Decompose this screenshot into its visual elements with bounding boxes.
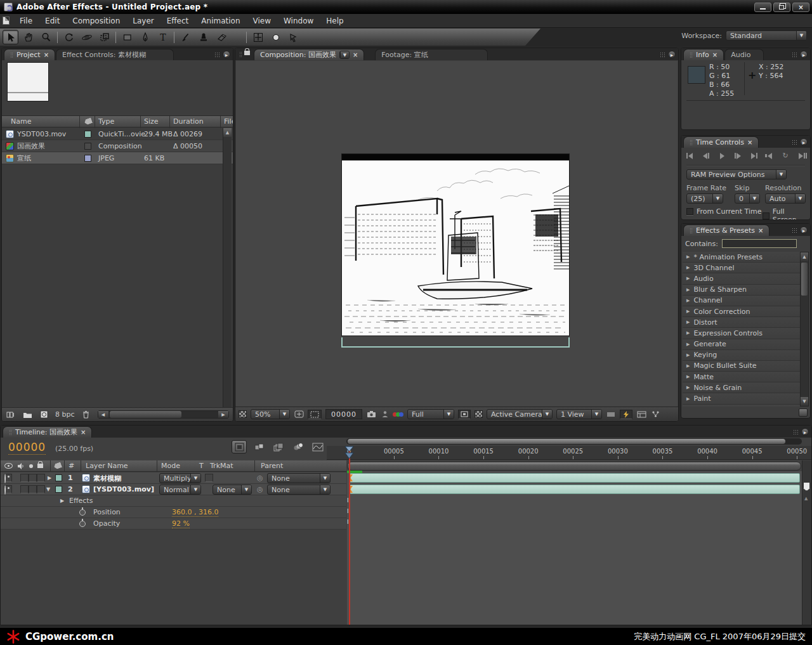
scrollbar-thumb[interactable] bbox=[801, 263, 808, 296]
project-row-xuanzhi[interactable]: 宣纸 JPEG 61 KB bbox=[2, 152, 233, 164]
skip-dropdown[interactable]: 0▼ bbox=[735, 193, 760, 204]
delete-trash-icon[interactable] bbox=[81, 410, 91, 419]
audio-mute-icon[interactable] bbox=[768, 153, 772, 159]
snapshot-camera-icon[interactable] bbox=[366, 410, 376, 419]
trkmat-column[interactable]: TrkMat bbox=[210, 462, 233, 470]
new-composition-icon[interactable] bbox=[39, 410, 49, 419]
lock-toggle[interactable] bbox=[37, 485, 45, 493]
hand-tool-icon[interactable] bbox=[20, 30, 36, 44]
resolution-preview-dropdown[interactable]: Auto▼ bbox=[765, 193, 806, 204]
chevron-right-icon[interactable]: ▶ bbox=[686, 287, 690, 292]
last-frame-icon[interactable] bbox=[751, 153, 757, 159]
close-icon[interactable]: × bbox=[747, 140, 752, 146]
expand-arrow-icon[interactable]: ▶ bbox=[60, 498, 64, 504]
lock-icon[interactable] bbox=[244, 51, 250, 55]
timeline-button-icon[interactable] bbox=[636, 410, 646, 419]
world-axis-mode-icon[interactable] bbox=[268, 30, 284, 44]
scroll-right-icon[interactable]: ▶ bbox=[218, 411, 228, 418]
previous-frame-icon[interactable] bbox=[703, 153, 709, 159]
close-icon[interactable]: × bbox=[712, 52, 717, 58]
tab-audio[interactable]: Audio bbox=[724, 49, 764, 60]
rectangle-mask-tool-icon[interactable] bbox=[119, 30, 135, 44]
column-duration[interactable]: Duration bbox=[173, 117, 204, 126]
transparency-grid-icon[interactable] bbox=[475, 410, 483, 418]
rotation-tool-icon[interactable] bbox=[61, 30, 77, 44]
parent-dropdown[interactable]: None▼ bbox=[267, 473, 331, 483]
orbit-camera-tool-icon[interactable] bbox=[79, 30, 95, 44]
effects-category-row[interactable]: ▶ Expression Controls bbox=[683, 328, 801, 339]
blend-mode-dropdown[interactable]: Multiply▼ bbox=[159, 473, 201, 483]
collapse-arrow-icon[interactable]: ▼ bbox=[46, 486, 50, 492]
tab-info[interactable]: Info × bbox=[683, 49, 724, 60]
solo-column-icon[interactable] bbox=[29, 464, 33, 468]
interpret-footage-icon[interactable] bbox=[6, 410, 16, 419]
scroll-up-icon[interactable]: ▲ bbox=[223, 128, 232, 137]
scroll-left-icon[interactable]: ◀ bbox=[98, 411, 108, 418]
layer-row-1[interactable]: ▶ 1 素材模糊 Multiply▼ ◎ None▼ bbox=[1, 472, 346, 484]
frame-blend-icon[interactable] bbox=[271, 440, 286, 453]
eye-icon[interactable] bbox=[4, 474, 6, 483]
resolution-dropdown[interactable]: Full ▼ bbox=[407, 409, 454, 419]
new-animation-preset-icon[interactable] bbox=[799, 408, 808, 417]
effects-vertical-scrollbar[interactable]: ▲ ▼ bbox=[800, 252, 809, 407]
project-horizontal-scrollbar[interactable]: ◀ ▶ bbox=[98, 410, 229, 419]
menu-item[interactable]: Composition bbox=[66, 15, 126, 27]
menu-item[interactable]: Help bbox=[320, 15, 350, 27]
chevron-right-icon[interactable]: ▶ bbox=[686, 254, 690, 259]
fast-previews-icon[interactable] bbox=[620, 410, 632, 419]
from-current-time-checkbox[interactable] bbox=[686, 208, 693, 215]
panel-menu-icon[interactable]: ▶ bbox=[801, 428, 809, 436]
minimize-icon[interactable] bbox=[754, 3, 771, 12]
first-frame-icon[interactable] bbox=[686, 153, 693, 159]
project-row-ysdt003[interactable]: YSDT003.mov QuickTi...ovie 29.4 MB Δ 002… bbox=[2, 128, 233, 140]
tab-footage[interactable]: Footage: 宣纸 bbox=[375, 49, 488, 60]
effects-category-row[interactable]: ▶ Matte bbox=[683, 372, 801, 382]
active-camera-dropdown[interactable]: Active Camera ▼ bbox=[487, 409, 553, 419]
lock-toggle[interactable] bbox=[37, 474, 45, 482]
composition-selector-dropdown[interactable]: ▼ bbox=[339, 51, 350, 59]
expand-arrow-icon[interactable]: ▶ bbox=[48, 475, 51, 481]
track-area[interactable]: I I I bbox=[347, 471, 802, 625]
panel-menu-icon[interactable]: ▶ bbox=[223, 51, 230, 58]
chevron-right-icon[interactable]: ▶ bbox=[686, 396, 690, 401]
audio-toggle[interactable] bbox=[20, 474, 29, 482]
brush-tool-icon[interactable] bbox=[178, 30, 193, 44]
opacity-value[interactable]: 92 % bbox=[172, 519, 190, 528]
magnification-dropdown[interactable]: 50% ▼ bbox=[251, 409, 290, 419]
project-vertical-scrollbar[interactable]: ▲ bbox=[223, 128, 232, 407]
chevron-right-icon[interactable]: ▶ bbox=[686, 374, 690, 379]
chevron-right-icon[interactable]: ▶ bbox=[686, 363, 690, 368]
playhead-marker[interactable] bbox=[344, 446, 354, 460]
column-file[interactable]: File bbox=[224, 117, 233, 126]
layer-name[interactable]: 素材模糊 bbox=[93, 474, 121, 483]
bit-depth-label[interactable]: 8 bpc bbox=[55, 410, 75, 419]
label-tag-icon[interactable] bbox=[84, 117, 93, 126]
position-value[interactable]: 360.0 , 316.0 bbox=[172, 508, 218, 517]
label-color-swatch[interactable] bbox=[84, 155, 91, 162]
draft-3d-icon[interactable] bbox=[251, 440, 266, 453]
scroll-up-icon[interactable]: ▲ bbox=[801, 252, 808, 261]
stopwatch-icon[interactable] bbox=[79, 509, 86, 516]
label-color-swatch[interactable] bbox=[55, 474, 62, 481]
label-color-swatch[interactable] bbox=[84, 143, 91, 150]
pen-tool-icon[interactable] bbox=[137, 30, 153, 44]
project-row-guohua[interactable]: 国画效果 Composition Δ 00050 bbox=[2, 140, 233, 152]
clone-stamp-tool-icon[interactable] bbox=[195, 30, 211, 44]
tab-effect-controls[interactable]: Effect Controls: 素材模糊 bbox=[56, 49, 174, 60]
comp-marker-bin-icon[interactable] bbox=[803, 482, 810, 491]
chevron-right-icon[interactable]: ▶ bbox=[686, 385, 690, 390]
type-tool-icon[interactable]: T bbox=[155, 30, 171, 44]
close-icon[interactable]: × bbox=[758, 228, 763, 234]
region-of-interest-icon[interactable] bbox=[308, 410, 322, 419]
panel-menu-icon[interactable]: ▶ bbox=[800, 226, 808, 234]
current-time-field[interactable]: 00000 bbox=[325, 409, 362, 419]
chevron-right-icon[interactable]: ▶ bbox=[686, 353, 690, 358]
chevron-right-icon[interactable]: ▶ bbox=[686, 320, 690, 325]
pixel-aspect-correction-icon[interactable] bbox=[606, 410, 616, 419]
effects-category-row[interactable]: ▶ Audio bbox=[683, 273, 801, 284]
workspace-dropdown[interactable]: Standard ▼ bbox=[726, 30, 807, 41]
always-preview-icon[interactable] bbox=[239, 410, 247, 418]
layer-name[interactable]: [YSDT003.mov] bbox=[93, 485, 154, 493]
layer-number-column[interactable]: # bbox=[69, 462, 74, 470]
show-snapshot-icon[interactable] bbox=[380, 410, 390, 419]
